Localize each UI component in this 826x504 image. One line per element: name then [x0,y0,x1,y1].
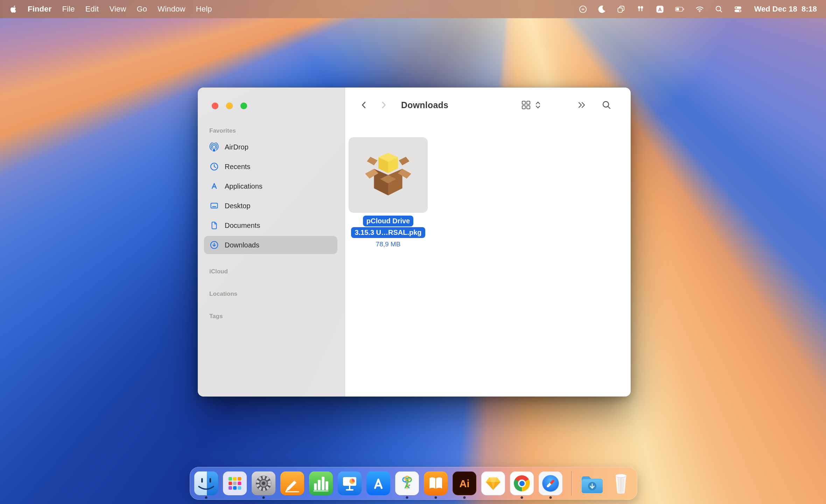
sidebar-item-label: Documents [225,222,260,230]
sidebar-section-favorites: Favorites [209,127,236,134]
clock-icon [209,162,219,171]
running-indicator [463,496,466,499]
sidebar-item-label: Applications [225,182,262,190]
sidebar-section-locations: Locations [209,290,237,298]
dock-icon-books[interactable] [424,471,448,495]
toolbar-title: Downloads [401,100,448,110]
apple-logo-icon[interactable] [9,5,18,14]
menu-finder[interactable]: Finder [28,5,51,14]
dock-icon-passwords[interactable] [395,471,419,495]
running-indicator [406,496,408,499]
search-button[interactable] [601,100,612,110]
grid-view-icon [521,100,531,110]
spotlight-icon[interactable] [715,5,723,13]
dock-icon-downloads-folder[interactable] [580,471,604,495]
sidebar-item-label: Desktop [225,202,250,210]
sidebar-item-recents[interactable]: Recents [198,157,345,176]
forward-button[interactable] [379,100,388,110]
running-indicator [435,496,437,499]
close-button[interactable] [212,103,218,109]
airpods-icon[interactable] [636,5,645,13]
dock-icon-chrome[interactable] [510,471,534,495]
dock-icon-sketch[interactable] [481,471,505,495]
dock-icon-keynote[interactable] [338,471,362,495]
menu-bar-status-area: ∞ A [579,5,817,14]
sidebar-item-airdrop[interactable]: AirDrop [198,137,345,157]
sidebar-favorites-list: AirDrop Recents Applications [198,137,345,255]
finder-main-pane: Downloads [345,88,631,397]
svg-text:∞: ∞ [581,7,584,12]
airdrop-icon [209,142,219,152]
more-toolbar-items-button[interactable] [577,100,587,110]
menu-view[interactable]: View [109,5,126,14]
running-indicator [550,496,552,499]
svg-text:Ai: Ai [460,478,470,489]
running-indicator [262,496,265,499]
menu-file[interactable]: File [62,5,75,14]
sidebar-section-tags: Tags [209,313,223,320]
desktop: Finder File Edit View Go Window Help ∞ A [0,0,826,504]
input-source-a-icon[interactable]: A [656,5,664,14]
dock-divider [571,471,572,496]
installer-package-icon[interactable] [349,137,428,213]
document-icon [209,221,219,230]
desktop-icon [209,201,219,210]
svg-text:A: A [658,6,662,12]
dock-icon-trash[interactable] [609,471,633,495]
running-indicator [521,496,523,499]
sidebar-item-downloads[interactable]: Downloads [198,235,345,255]
finder-sidebar: Favorites AirDrop Recents [198,88,345,397]
zoom-button[interactable] [240,103,247,109]
battery-icon[interactable] [675,5,685,13]
menu-bar-left: Finder File Edit View Go Window Help [9,5,217,14]
finder-window: Favorites AirDrop Recents [198,88,631,397]
app-store-a-icon [209,182,219,191]
sidebar-item-desktop[interactable]: Desktop [198,196,345,216]
sidebar-item-label: Recents [225,163,250,171]
sidebar-item-label: Downloads [225,241,259,249]
menu-help[interactable]: Help [196,5,212,14]
file-pcloud-drive-pkg[interactable]: pCloud Drive 3.15.3 U…RSAL.pkg 78,9 MB [349,137,428,248]
sort-chevrons-icon [535,100,541,110]
dock-icon-app-store[interactable] [366,471,390,495]
file-name-line1: pCloud Drive [363,216,413,226]
minimize-button[interactable] [226,103,233,109]
sidebar-item-label: AirDrop [225,143,248,151]
dock-icon-safari[interactable] [539,471,562,495]
sidebar-item-applications[interactable]: Applications [198,176,345,196]
dock-icon-pages[interactable] [280,471,304,495]
creative-cloud-icon[interactable]: ∞ [579,5,587,14]
menu-bar: Finder File Edit View Go Window Help ∞ A [0,0,826,18]
dock-icon-system-settings[interactable] [252,471,275,495]
menu-edit[interactable]: Edit [85,5,99,14]
download-circle-icon [209,240,219,250]
sidebar-item-documents[interactable]: Documents [198,216,345,235]
chrome-icon-core [519,481,525,486]
finder-toolbar: Downloads [345,88,631,122]
back-button[interactable] [359,100,369,110]
focus-moon-icon[interactable] [598,5,606,13]
dock-icon-illustrator[interactable]: Ai [453,471,476,495]
wifi-icon[interactable] [695,5,704,13]
control-center-icon[interactable] [734,5,742,14]
dock-icon-finder[interactable] [194,471,218,495]
running-indicator [205,496,208,499]
view-switcher[interactable] [521,100,541,110]
folder-content-area[interactable]: pCloud Drive 3.15.3 U…RSAL.pkg 78,9 MB [345,122,631,397]
dock-icon-launchpad[interactable] [223,471,247,495]
menu-go[interactable]: Go [137,5,147,14]
file-size-label: 78,9 MB [376,240,401,248]
window-stack-icon[interactable] [617,5,625,14]
file-name-line2: 3.15.3 U…RSAL.pkg [351,227,425,238]
menu-window[interactable]: Window [158,5,185,14]
dock-icon-numbers[interactable] [309,471,333,495]
menu-bar-clock[interactable]: Wed Dec 18 8:18 [754,5,817,14]
dock: Ai [190,467,637,500]
sidebar-section-icloud: iCloud [209,268,228,275]
